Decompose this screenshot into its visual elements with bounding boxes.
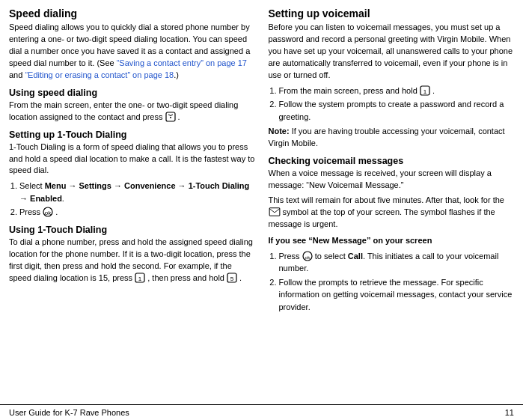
using-speed-dialing-heading: Using speed dialing [9, 88, 255, 98]
ok-icon: ok [43, 207, 53, 217]
1touch-steps: Select Menu → Settings → Convenience → 1… [19, 180, 255, 219]
key1-icon: 1 [135, 273, 145, 283]
hold1-icon: 1 [420, 85, 430, 96]
link-editing-contact[interactable]: “Editing or erasing a contact” on page 1… [25, 70, 174, 79]
using-speed-dialing-body: From the main screen, enter the one- or … [9, 100, 255, 124]
footer-right: 11 [505, 408, 514, 417]
new-message-step2: Follow the prompts to retrieve the messa… [279, 276, 515, 314]
content-area: Speed dialing Speed dialing allows you t… [0, 0, 523, 404]
link-saving-contact[interactable]: “Saving a contact entry” on page 17 [117, 58, 247, 67]
page: Speed dialing Speed dialing allows you t… [0, 0, 523, 420]
new-message-step1: Press ok to select Call. This initiates … [279, 250, 515, 275]
left-column: Speed dialing Speed dialing allows you t… [9, 7, 255, 404]
svg-text:1: 1 [138, 275, 142, 281]
right-column: Setting up voicemail Before you can list… [269, 7, 515, 404]
1touch-step1: Select Menu → Settings → Convenience → 1… [19, 180, 255, 204]
voicemail-note: Note: If you are having trouble accessin… [269, 126, 515, 150]
setting-up-voicemail-heading: Setting up voicemail [269, 7, 515, 19]
using-1touch-body: To dial a phone number, press and hold t… [9, 237, 255, 284]
svg-text:ok: ok [305, 255, 311, 259]
checking-voicemail-body2: This text will remain for about five min… [269, 195, 515, 231]
new-message-steps: Press ok to select Call. This initiates … [279, 250, 515, 314]
call-icon [165, 112, 176, 122]
svg-rect-10 [269, 208, 280, 216]
svg-text:1: 1 [423, 88, 427, 94]
send-icon: ok [302, 251, 313, 261]
footer: User Guide for K-7 Rave Phones 11 [0, 404, 523, 420]
voicemail-step1: From the main screen, press and hold 1 . [279, 85, 515, 97]
setting-up-1touch-heading: Setting up 1-Touch Dialing [9, 130, 255, 140]
1touch-body: 1-Touch Dialing is a form of speed diali… [9, 141, 255, 177]
svg-text:5: 5 [230, 275, 234, 281]
speed-dialing-heading: Speed dialing [9, 7, 255, 19]
footer-left: User Guide for K-7 Rave Phones [9, 408, 129, 417]
voicemail-setup-body: Before you can listen to voicemail messa… [269, 22, 515, 82]
using-1touch-heading: Using 1-Touch Dialing [9, 225, 255, 235]
checking-voicemail-heading: Checking voicemail messages [269, 156, 515, 166]
voicemail-step2: Follow the system prompts to create a pa… [279, 98, 515, 123]
voicemail-setup-steps: From the main screen, press and hold 1 .… [279, 85, 515, 124]
checking-voicemail-body1: When a voice message is received, your s… [269, 168, 515, 192]
speed-dialing-body: Speed dialing allows you to quickly dial… [9, 22, 255, 82]
svg-text:ok: ok [45, 210, 52, 216]
key5-icon: 5 [227, 273, 237, 283]
1touch-step2: Press ok . [19, 206, 255, 219]
voicemail-symbol-icon [269, 207, 281, 216]
svg-point-1 [170, 117, 171, 118]
new-message-subheading: If you see “New Message” on your screen [269, 235, 515, 247]
